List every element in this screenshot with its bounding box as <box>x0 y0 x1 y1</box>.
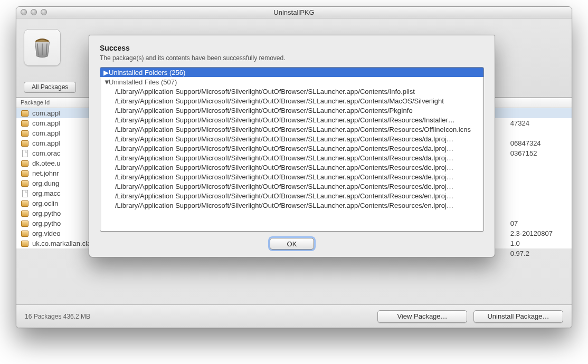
close-window-icon[interactable] <box>21 9 27 15</box>
list-item[interactable]: /Library/Application Support/Microsoft/S… <box>100 181 483 191</box>
package-id-cell: com.appl <box>32 129 60 137</box>
success-sheet: Success The package(s) and its contents … <box>89 35 495 257</box>
package-id-cell: com.orac <box>32 149 60 157</box>
minimize-window-icon[interactable] <box>31 9 37 15</box>
version-cell <box>510 198 553 208</box>
package-box-icon <box>21 179 29 188</box>
right-value-column: 47324068473240367152072.3-201208071.00.9… <box>510 118 553 258</box>
result-file-list[interactable]: ▶Uninstalled Folders (256) ▼Uninstalled … <box>100 67 484 232</box>
package-id-cell: org.pytho <box>32 219 61 227</box>
list-item[interactable]: /Library/Application Support/Microsoft/S… <box>100 96 483 106</box>
package-box-icon <box>21 109 29 118</box>
window-controls <box>21 9 47 15</box>
package-box-icon <box>21 240 29 248</box>
status-text: 16 Packages 436.2 MB <box>25 313 90 320</box>
list-item[interactable]: /Library/Application Support/Microsoft/S… <box>100 153 483 162</box>
package-box-icon <box>21 209 29 218</box>
view-package-button[interactable]: View Package… <box>377 310 467 323</box>
version-cell <box>510 208 553 218</box>
version-cell <box>510 188 553 198</box>
package-box-icon <box>21 229 29 238</box>
ok-button[interactable]: OK <box>270 238 314 250</box>
package-box-icon <box>21 129 29 138</box>
app-icon-well <box>24 29 61 66</box>
list-item[interactable]: /Library/Application Support/Microsoft/S… <box>100 124 483 134</box>
package-id-cell: org.pytho <box>32 209 61 217</box>
uninstall-package-button[interactable]: Uninstall Package… <box>473 310 563 323</box>
list-item[interactable]: /Library/Application Support/Microsoft/S… <box>100 191 483 200</box>
trash-icon <box>30 35 55 60</box>
list-item[interactable]: /Library/Application Support/Microsoft/S… <box>100 87 483 96</box>
list-item[interactable]: /Library/Application Support/Microsoft/S… <box>100 106 483 115</box>
window-title: UninstallPKG <box>273 8 314 16</box>
version-cell <box>510 178 553 188</box>
package-id-cell: com.appl <box>32 139 60 147</box>
package-id-cell: org.video <box>32 229 60 237</box>
package-box-icon <box>21 169 29 178</box>
package-id-cell: com.appl <box>32 119 60 127</box>
package-box-icon <box>21 139 29 148</box>
version-cell: 0.97.2 <box>510 248 553 258</box>
group-uninstalled-folders[interactable]: ▶Uninstalled Folders (256) <box>100 68 483 77</box>
filter-all-packages[interactable]: All Packages <box>24 82 76 93</box>
package-box-icon <box>21 219 29 228</box>
package-box-icon <box>21 199 29 208</box>
list-item[interactable]: /Library/Application Support/Microsoft/S… <box>100 143 483 153</box>
package-id-cell: dk.otee.u <box>32 159 61 167</box>
disclosure-down-icon[interactable]: ▼ <box>103 78 109 87</box>
list-item[interactable]: /Library/Application Support/Microsoft/S… <box>100 200 483 210</box>
package-id-cell: org.oclin <box>32 199 58 207</box>
package-box-icon <box>21 159 29 168</box>
group-uninstalled-files[interactable]: ▼Uninstalled Files (507) <box>100 77 483 87</box>
package-id-cell: com.appl <box>32 109 60 117</box>
version-cell: 47324 <box>510 118 553 128</box>
version-cell: 1.0 <box>510 238 553 248</box>
footer: 16 Packages 436.2 MB View Package… Unins… <box>16 304 572 328</box>
version-cell: 2.3-20120807 <box>510 228 553 238</box>
package-box-icon <box>21 119 29 128</box>
disclosure-right-icon[interactable]: ▶ <box>103 68 109 77</box>
list-item[interactable]: /Library/Application Support/Microsoft/S… <box>100 172 483 181</box>
version-cell <box>510 158 553 168</box>
list-item[interactable]: /Library/Application Support/Microsoft/S… <box>100 162 483 172</box>
sheet-title: Success <box>100 44 484 52</box>
list-item[interactable]: /Library/Application Support/Microsoft/S… <box>100 115 483 124</box>
document-icon <box>21 189 29 198</box>
titlebar[interactable]: UninstallPKG <box>16 7 572 18</box>
sheet-subtitle: The package(s) and its contents have bee… <box>100 54 484 62</box>
package-id-cell: org.dung <box>32 179 59 187</box>
version-cell <box>510 168 553 178</box>
list-item[interactable]: /Library/Application Support/Microsoft/S… <box>100 134 483 143</box>
version-cell: 07 <box>510 218 553 228</box>
package-id-cell: net.johnr <box>32 169 59 177</box>
zoom-window-icon[interactable] <box>41 9 47 15</box>
version-cell <box>510 128 553 138</box>
version-cell: 0367152 <box>510 148 553 158</box>
document-icon <box>21 149 29 158</box>
version-cell: 06847324 <box>510 138 553 148</box>
package-id-cell: org.macc <box>32 189 60 197</box>
